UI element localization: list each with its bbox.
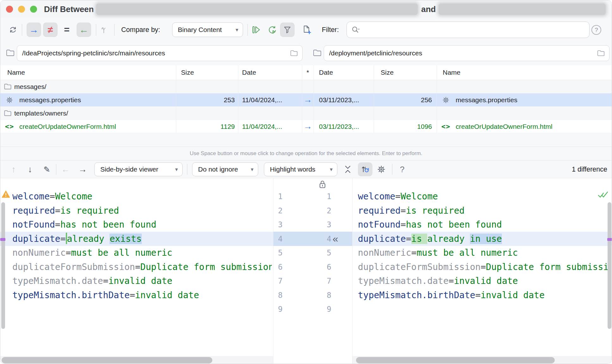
date-cell-right — [314, 107, 374, 120]
accept-right-to-left-toggle[interactable]: ← — [77, 22, 91, 37]
code-line-left-5: nonNumeric=must be all numeric — [12, 246, 272, 260]
code-token: = — [130, 290, 135, 300]
header-name-right[interactable]: Name — [437, 65, 612, 80]
date-cell-left: 11/04/2024,... — [238, 120, 302, 133]
filter-toggle[interactable] — [280, 22, 295, 37]
column-divider — [176, 65, 176, 133]
ignore-policy-dropdown[interactable]: Do not ignore ▾ — [192, 162, 258, 176]
synchronize-fork-icon[interactable] — [99, 18, 108, 41]
resume-compare-icon[interactable] — [251, 18, 261, 41]
code-token: Duplicate form submission is — [141, 262, 272, 272]
code-token: already — [67, 234, 110, 244]
synchronize-scrolling-toggle[interactable] — [358, 162, 372, 176]
chevron-down-icon: ▾ — [175, 166, 178, 173]
compare-by-dropdown[interactable]: Binary Content ▾ — [172, 22, 243, 37]
header-size-right[interactable]: Size — [374, 65, 437, 80]
settings-button[interactable] — [376, 160, 386, 178]
properties-file-icon — [441, 96, 451, 104]
compare-table: Name Size Date * Date Size Name messages… — [0, 65, 612, 133]
code-line-left-2: required=is required — [12, 204, 272, 218]
apply-change-chevron[interactable]: « — [333, 232, 338, 246]
header-date-right[interactable]: Date — [314, 65, 374, 80]
lock-icon[interactable] — [318, 179, 327, 189]
changed-line-band-gutter — [273, 232, 352, 246]
table-row-templates-owners-[interactable]: templates/owners/ — [0, 107, 612, 120]
toolbar-separator — [56, 164, 56, 175]
header-size-left[interactable]: Size — [176, 65, 238, 80]
next-difference-button[interactable]: ↓ — [25, 160, 35, 178]
edit-button[interactable]: ✎ — [41, 160, 52, 178]
right-vertical-scrollbar[interactable] — [608, 202, 611, 329]
left-horizontal-scrollbar-thumb[interactable] — [2, 357, 212, 363]
show-difference-toggle[interactable]: ≠ — [43, 22, 58, 37]
code-token: invalid date — [481, 290, 545, 300]
right-editor[interactable]: welcome=Welcomerequired=is requirednotFo… — [358, 190, 611, 317]
browse-folder-icon[interactable] — [597, 50, 605, 57]
operation-arrow-icon[interactable]: → — [303, 122, 312, 131]
code-token: must be all numeric — [71, 248, 172, 258]
table-row-messages-[interactable]: messages/ — [0, 80, 612, 93]
header-date-left[interactable]: Date — [238, 65, 302, 80]
header-name-left[interactable]: Name — [0, 65, 176, 80]
left-editor[interactable]: welcome=Welcomerequired=is requirednotFo… — [12, 190, 272, 317]
viewer-mode-dropdown[interactable]: Side-by-side viewer ▾ — [94, 162, 183, 176]
help-icon[interactable]: ? — [591, 25, 601, 35]
rerun-icon[interactable] — [267, 18, 277, 41]
previous-difference-button[interactable]: ↑ — [9, 160, 19, 178]
prev-file-button[interactable]: ← — [60, 160, 71, 178]
operation-cell[interactable] — [302, 80, 314, 93]
operation-cell[interactable]: → — [302, 120, 314, 133]
filter-search-input[interactable] — [347, 22, 590, 38]
code-token: nonNumeric — [358, 248, 411, 258]
folder-icon[interactable] — [6, 49, 15, 57]
help-button[interactable]: ? — [397, 160, 407, 178]
code-line-left-3: notFound=has not been found — [12, 218, 272, 232]
redacted-path-right — [439, 3, 606, 15]
right-line-numbers: 123456789 — [319, 190, 331, 317]
folder-icon — [3, 110, 12, 116]
show-equal-toggle[interactable]: = — [60, 22, 73, 37]
operation-cell[interactable] — [302, 107, 314, 120]
arrow-left-icon: ← — [61, 165, 70, 174]
left-vertical-scrollbar[interactable] — [1, 202, 5, 329]
name-cell-left: templates/owners/ — [0, 107, 176, 120]
minimize-button[interactable] — [18, 6, 25, 13]
accept-left-to-right-toggle[interactable]: → — [27, 22, 41, 37]
right-path-input[interactable]: /deployment/petclinic/resources — [324, 45, 609, 61]
operation-arrow-icon[interactable]: → — [303, 95, 312, 105]
operation-cell[interactable]: → — [302, 93, 314, 106]
search-icon — [351, 26, 359, 34]
folder-icon[interactable] — [313, 49, 322, 57]
warning-icon[interactable] — [2, 190, 10, 198]
header-operation[interactable]: * — [302, 65, 314, 80]
next-file-button[interactable]: → — [78, 160, 88, 178]
change-marker-right[interactable] — [607, 238, 612, 241]
size-cell-left — [176, 80, 238, 93]
size-cell-right — [374, 80, 437, 93]
left-line-numbers: 123456789 — [273, 190, 283, 317]
code-token: = — [66, 248, 71, 258]
browse-folder-icon[interactable] — [290, 50, 298, 57]
table-row-messages-properties[interactable]: messages.properties25311/04/2024,...→03/… — [0, 93, 612, 107]
left-path-input[interactable]: /IdeaProjects/spring-petclinic/src/main/… — [17, 45, 303, 61]
code-token: already — [427, 234, 470, 244]
code-token: typeMismatch.date — [358, 276, 449, 286]
code-token: is required — [406, 205, 465, 216]
folder-icon — [3, 83, 12, 90]
maximize-button[interactable] — [30, 6, 37, 13]
html-file-icon: <> — [5, 122, 14, 130]
column-divider — [302, 65, 302, 133]
file-name: messages.properties — [19, 96, 81, 104]
size-cell-left: 1129 — [176, 120, 238, 133]
collapse-unchanged-button[interactable] — [343, 160, 353, 178]
refresh-icon[interactable] — [9, 18, 17, 41]
arrow-up-icon: ↑ — [11, 165, 16, 174]
close-button[interactable] — [6, 6, 13, 13]
help-glyph: ? — [595, 27, 598, 33]
highlight-mode-dropdown[interactable]: Highlight words ▾ — [264, 162, 337, 176]
table-row-createOrUpdateOwnerForm-html[interactable]: <>createOrUpdateOwnerForm.html112911/04/… — [0, 120, 612, 133]
new-file-icon[interactable] — [302, 18, 311, 41]
right-horizontal-scrollbar-thumb[interactable] — [356, 357, 555, 363]
arrow-left-icon: ← — [79, 24, 89, 35]
change-marker-left[interactable] — [0, 238, 5, 241]
